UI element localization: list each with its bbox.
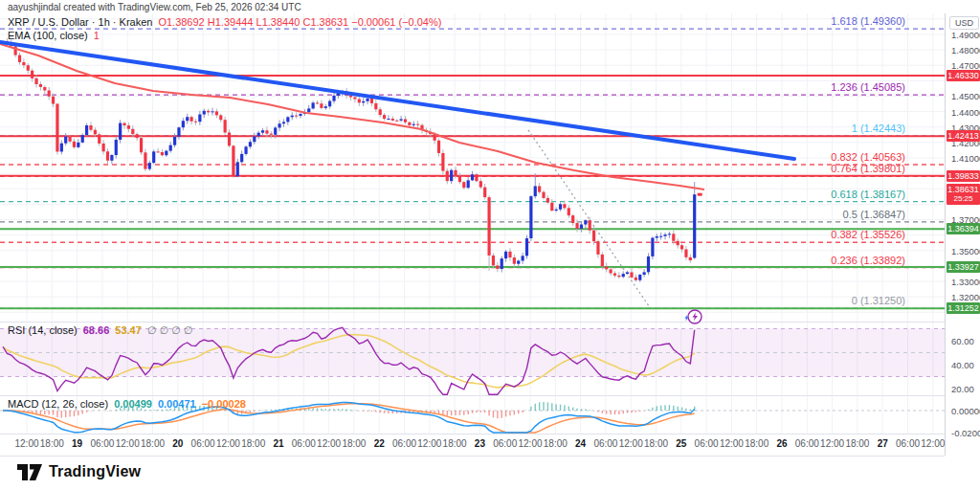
macd-value: 0.00471 (158, 398, 196, 410)
tradingview-logo[interactable]: TradingView (17, 463, 141, 480)
candle-body (358, 100, 361, 103)
macd-legend[interactable]: MACD (12, 26, close)0.004990.00471−0.000… (8, 398, 246, 410)
tradingview-snapshot: aayushjindal created with TradingView.co… (0, 0, 980, 490)
candle-body (161, 152, 164, 155)
candle-body (370, 99, 373, 103)
rsi-ma-value: 53.47 (115, 324, 142, 336)
tradingview-logo-text: TradingView (49, 463, 141, 480)
time-tick-label: 21 (273, 438, 283, 449)
time-tick-label: 12:00 (820, 438, 844, 449)
candle-body (374, 103, 377, 109)
candle-body (312, 102, 315, 108)
candle-body (454, 170, 457, 176)
candle-body (387, 119, 390, 120)
pane-separator[interactable] (0, 395, 945, 396)
candle-body (626, 272, 629, 274)
candle-body (60, 144, 63, 152)
candle-body (610, 269, 612, 273)
rsi-legend[interactable]: RSI (14, close)68.6653.47∅ ∅ ∅ ∅ (8, 324, 192, 337)
candle-body (663, 234, 666, 236)
candle-body (504, 252, 507, 258)
candle-body (395, 121, 398, 122)
candle-body (496, 265, 499, 269)
candle-body (462, 182, 465, 188)
candle-body (458, 176, 461, 182)
candle-body (525, 238, 528, 256)
candle-body (550, 203, 553, 211)
candle-body (257, 133, 260, 137)
price-level-badge: 1.33927 (947, 261, 980, 273)
rsi-tick-label: 20.00 (951, 384, 974, 394)
time-tick-label: 12:00 (317, 438, 341, 449)
candle-body (320, 103, 323, 108)
price-chart-pane[interactable] (0, 13, 945, 322)
candle-body (400, 119, 403, 120)
current-price-badge: 1.3863125:25 (947, 184, 980, 205)
candle-body (592, 231, 595, 241)
price-axis[interactable]: 1.490001.480001.470001.450001.440001.430… (945, 13, 980, 456)
candle-body (659, 236, 662, 237)
candle-body (404, 119, 407, 122)
candle-body (102, 144, 105, 151)
candle-body (596, 241, 599, 255)
time-tick-label: 19 (72, 438, 82, 449)
ema-legend[interactable]: EMA (100, close)1 (8, 30, 100, 41)
candle-body (85, 125, 88, 135)
candle-body (270, 134, 273, 135)
time-tick-label: 18:00 (745, 438, 768, 449)
candle-body (215, 111, 218, 115)
candle-body (534, 186, 537, 196)
candle-body (110, 155, 113, 161)
candle-body (517, 260, 520, 263)
ema-value: 1 (94, 30, 100, 41)
candle-body (672, 234, 675, 240)
time-axis[interactable]: 12:0018:001906:0012:0018:002006:0012:001… (0, 434, 945, 456)
candle-body (617, 276, 620, 277)
price-tick-label: 1.48000 (951, 45, 980, 56)
candle-body (274, 127, 277, 134)
time-tick-label: 12:00 (216, 438, 240, 449)
candle-body (282, 122, 285, 123)
candle-body (136, 134, 139, 138)
macd-signal-value: −0.00028 (202, 398, 246, 410)
candle-body (131, 129, 134, 134)
symbol-legend[interactable]: XRP / U.S. Dollar · 1h · KrakenO1.38692 … (8, 16, 441, 28)
time-tick-label: 18:00 (141, 438, 165, 449)
candle-body (31, 71, 33, 78)
candle-body (437, 141, 440, 153)
candle-body (568, 208, 570, 215)
candle-body (156, 151, 159, 152)
candle-body (236, 162, 239, 176)
time-tick-label: 25 (676, 438, 686, 449)
candle-body (441, 153, 444, 171)
candle-body (522, 256, 524, 260)
candle-body (261, 130, 264, 132)
candle-body (555, 210, 558, 211)
candle-body (27, 65, 30, 71)
price-tick-label: 1.35000 (951, 245, 980, 256)
time-tick-label: 06:00 (795, 438, 819, 449)
candle-body (194, 122, 197, 122)
macd-tick-label: 0.00000 (951, 406, 980, 416)
time-tick-label: 12:00 (921, 438, 945, 449)
candle-body (43, 87, 46, 91)
blue-trendline (0, 42, 794, 159)
ema-100-line (0, 44, 704, 189)
price-tick-label: 1.32000 (951, 292, 980, 302)
time-tick-label: 12:00 (720, 438, 744, 449)
candle-body (224, 120, 227, 132)
candle-body (286, 117, 289, 122)
currency-label: USD (949, 16, 979, 30)
candle-body (48, 91, 51, 97)
pane-separator[interactable] (0, 322, 945, 323)
candle-body (643, 272, 646, 275)
candle-body (651, 238, 654, 256)
candle-body (182, 121, 185, 127)
candle-body (492, 256, 495, 265)
candle-body (173, 137, 176, 145)
candle-body (584, 220, 587, 224)
lightning-event-icon[interactable] (681, 307, 704, 326)
candle-body (219, 115, 222, 120)
rsi-tick-label: 60.00 (951, 336, 974, 346)
candle-body (538, 186, 541, 191)
